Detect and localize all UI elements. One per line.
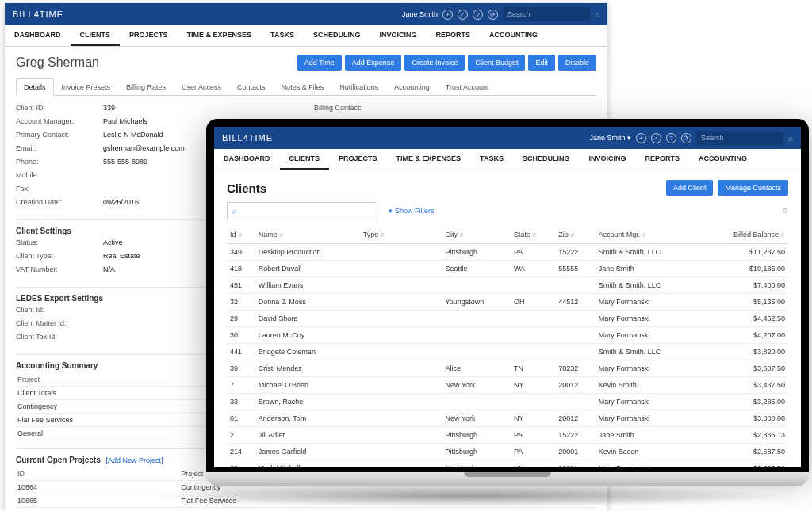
client-row[interactable]: 451William EvansSmith & Smith, LLC$7,400… xyxy=(227,277,788,294)
client-row[interactable]: 32Donna J. MossYoungstownOH44512Mary For… xyxy=(227,294,788,311)
tab-details[interactable]: Details xyxy=(16,78,54,96)
add-expense-button[interactable]: Add Expense xyxy=(345,55,402,71)
current-user[interactable]: Jane Smith xyxy=(402,10,438,18)
tab-trust-account[interactable]: Trust Account xyxy=(438,78,497,95)
client-budget-button[interactable]: Client Budget xyxy=(468,55,525,71)
nav-reports[interactable]: REPORTS xyxy=(426,25,480,46)
client-row[interactable]: 214James GarfieldPittsburghPA20001Kevin … xyxy=(227,444,788,460)
nav-clients[interactable]: CLIENTS xyxy=(280,149,330,170)
nav-scheduling[interactable]: SCHEDULING xyxy=(513,149,580,170)
nav-dashboard[interactable]: DASHBOARD xyxy=(5,25,71,46)
page-title: Clients xyxy=(227,181,266,195)
main-nav-front: DASHBOARDCLIENTSPROJECTSTIME & EXPENSEST… xyxy=(214,149,801,170)
laptop-mockup: BILL4TIME Jane Smith ▾ + ✓ ? ⟳ ⌕ DASHBOA… xyxy=(206,119,809,486)
help-icon[interactable]: ? xyxy=(666,133,676,143)
main-nav-back: DASHBOARDCLIENTSPROJECTSTIME & EXPENSEST… xyxy=(5,25,607,47)
global-search-input[interactable] xyxy=(503,7,590,21)
nav-invoicing[interactable]: INVOICING xyxy=(579,149,635,170)
client-row[interactable]: 418Robert DuvallSeattleWA55555Jane Smith… xyxy=(227,261,788,277)
nav-time-expenses[interactable]: TIME & EXPENSES xyxy=(387,149,471,170)
col-zip[interactable]: Zip⇵ xyxy=(555,226,595,244)
col-billed-balance[interactable]: Billed Balance⇵ xyxy=(700,226,788,244)
nav-scheduling[interactable]: SCHEDULING xyxy=(304,25,370,46)
col-city[interactable]: City⇵ xyxy=(442,226,510,244)
add-new-project-link[interactable]: [Add New Project] xyxy=(105,456,163,464)
client-row[interactable]: 7Michael O'BrienNew YorkNY20012Kevin Smi… xyxy=(227,377,788,394)
filter-icon: ▾ xyxy=(389,207,393,215)
brand-logo: BILL4TIME xyxy=(13,10,63,19)
show-filters-toggle[interactable]: ▾ Show Filters xyxy=(389,207,435,215)
nav-clients[interactable]: CLIENTS xyxy=(71,25,121,46)
nav-projects[interactable]: PROJECTS xyxy=(120,25,178,46)
clients-table: Id⇵Name⇵Type⇵City⇵State⇵Zip⇵Account Mgr.… xyxy=(227,226,788,467)
tab-accounting[interactable]: Accounting xyxy=(386,78,438,95)
brand-logo: BILL4TIME xyxy=(222,133,273,143)
laptop-shadow xyxy=(143,485,793,507)
nav-accounting[interactable]: ACCOUNTING xyxy=(689,149,756,170)
nav-invoicing[interactable]: INVOICING xyxy=(370,25,426,46)
client-row[interactable]: 2Jill AdlerPittsburghPA15222Jane Smith$2… xyxy=(227,427,788,444)
add-time-button[interactable]: Add Time xyxy=(297,55,342,71)
client-row[interactable]: 29David ShoreMary Formanski$4,462.50 xyxy=(227,311,788,327)
client-row[interactable]: 33Brown, RachelMary Formanski$3,285.00 xyxy=(227,394,788,410)
nav-time-expenses[interactable]: TIME & EXPENSES xyxy=(178,25,262,46)
nav-accounting[interactable]: ACCOUNTING xyxy=(480,25,547,46)
plus-icon[interactable]: + xyxy=(636,133,646,143)
tab-notifications[interactable]: Notifications xyxy=(331,78,386,95)
nav-tasks[interactable]: TASKS xyxy=(470,149,513,170)
client-row[interactable]: 25Mark MitchellNew YorkNY10001Mary Forma… xyxy=(227,460,788,468)
nav-reports[interactable]: REPORTS xyxy=(635,149,689,170)
nav-projects[interactable]: PROJECTS xyxy=(329,149,387,170)
nav-dashboard[interactable]: DASHBOARD xyxy=(214,149,280,170)
clock-icon[interactable]: ⟳ xyxy=(681,133,691,143)
nav-tasks[interactable]: TASKS xyxy=(261,25,304,46)
create-invoice-button[interactable]: Create Invoice xyxy=(404,55,465,71)
tab-billing-rates[interactable]: Billing Rates xyxy=(118,78,174,95)
tab-invoice-presets[interactable]: Invoice Presets xyxy=(54,78,119,95)
client-row[interactable]: 30Lauren McCoyMary Formanski$4,207.00 xyxy=(227,327,788,344)
gear-icon[interactable]: ⚙ xyxy=(782,207,788,215)
check-icon[interactable]: ✓ xyxy=(651,133,661,143)
edit-button[interactable]: Edit xyxy=(528,55,555,71)
manage-contacts-button[interactable]: Manage Contacts xyxy=(718,180,788,196)
search-icon[interactable]: ⌕ xyxy=(788,134,793,143)
global-search-input[interactable] xyxy=(696,131,783,145)
billing-contact-label: Billing Contact: xyxy=(314,104,401,117)
current-user[interactable]: Jane Smith ▾ xyxy=(589,134,631,142)
tab-notes-files[interactable]: Notes & Files xyxy=(274,78,332,95)
app-header-back: BILL4TIME Jane Smith + ✓ ? ⟳ ⌕ xyxy=(5,3,607,25)
help-icon[interactable]: ? xyxy=(473,10,483,20)
search-icon[interactable]: ⌕ xyxy=(595,10,599,19)
col-account-mgr-[interactable]: Account Mgr.⇵ xyxy=(596,226,700,244)
disable-button[interactable]: Disable xyxy=(558,55,596,71)
tab-contacts[interactable]: Contacts xyxy=(229,78,274,95)
col-name[interactable]: Name⇵ xyxy=(255,226,360,244)
client-row[interactable]: 441Bridgete ColemanSmith & Smith, LLC$3,… xyxy=(227,344,788,360)
search-icon: ⌕ xyxy=(232,207,236,215)
col-type[interactable]: Type⇵ xyxy=(360,226,442,244)
check-icon[interactable]: ✓ xyxy=(458,10,468,20)
client-row[interactable]: 39Cristi MendezAliceTN78232Mary Formansk… xyxy=(227,360,788,377)
col-id[interactable]: Id⇵ xyxy=(227,226,255,244)
add-client-button[interactable]: Add Client xyxy=(666,180,714,196)
tab-user-access[interactable]: User Access xyxy=(174,78,229,95)
app-header-front: BILL4TIME Jane Smith ▾ + ✓ ? ⟳ ⌕ xyxy=(214,127,801,149)
plus-icon[interactable]: + xyxy=(442,10,453,20)
client-row[interactable]: 61Anderson, TomNew YorkNY20012Mary Forma… xyxy=(227,410,788,427)
clock-icon[interactable]: ⟳ xyxy=(488,10,498,20)
col-state[interactable]: State⇵ xyxy=(511,226,555,244)
clients-search-input[interactable]: ⌕ xyxy=(227,202,377,219)
client-name-heading: Greg Sherman xyxy=(16,55,99,70)
client-row[interactable]: 349Desktop ProductionPittsburghPA15222Sm… xyxy=(227,244,788,261)
client-tabs: DetailsInvoice PresetsBilling RatesUser … xyxy=(16,78,596,96)
